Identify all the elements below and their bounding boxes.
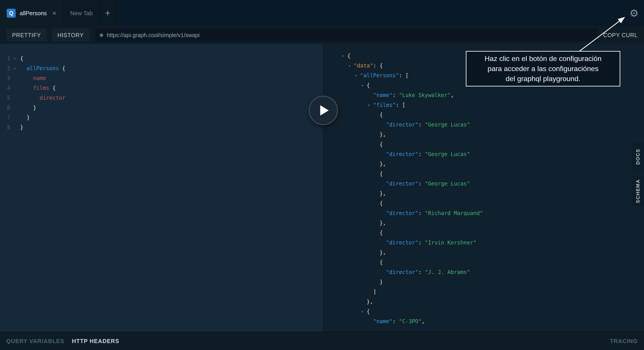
query-lines: 1▾{2▾ allPersons {3 name4 films {5 direc…: [0, 54, 323, 132]
endpoint-url-bar[interactable]: [95, 29, 598, 41]
graphql-playground: Q allPersons × New Tab + ⚙ PRETTIFY HIST…: [0, 0, 644, 350]
line-number: 7: [0, 113, 10, 122]
query-badge: Q: [7, 9, 16, 18]
collapse-arrow-icon[interactable]: ▾: [348, 62, 353, 69]
settings-gear-icon[interactable]: ⚙: [630, 8, 639, 18]
query-line-4: 4 films {: [0, 83, 323, 93]
side-tab-docs[interactable]: DOCS: [632, 142, 644, 171]
result-line-14: "director": "George Lucas": [323, 179, 644, 189]
code-text: "director": "George Lucas": [323, 149, 470, 159]
result-lines: ▾ { ▾ "data": { ▾ "allPersons": [ ▾ { "n…: [323, 51, 644, 326]
code-text: }: [19, 122, 23, 132]
result-line-19: {: [323, 228, 644, 238]
code-text: ▾ {: [323, 307, 370, 317]
fold-arrow-icon[interactable]: ▾: [10, 54, 19, 63]
result-line-9: },: [323, 130, 644, 139]
code-text: "director": "George Lucas": [323, 120, 470, 130]
code-text: },: [323, 218, 386, 228]
code-text: },: [323, 159, 386, 169]
result-line-23: "director": "J. J. Abrams": [323, 267, 644, 277]
query-line-1: 1▾{: [0, 54, 323, 63]
result-line-11: "director": "George Lucas": [323, 149, 644, 159]
result-line-17: "director": "Richard Marquand": [323, 208, 644, 218]
fold-spacer: [10, 122, 19, 132]
result-line-10: {: [323, 139, 644, 149]
copy-curl-button[interactable]: COPY CURL: [603, 32, 638, 38]
result-line-28: "name": "C-3PO",: [323, 317, 644, 326]
code-text: "director": "Irvin Kershner": [323, 238, 476, 248]
code-text: "director": "George Lucas": [323, 179, 470, 189]
result-line-8: "director": "George Lucas": [323, 120, 644, 130]
prettify-button[interactable]: PRETTIFY: [6, 29, 47, 41]
code-text: {: [323, 258, 383, 267]
code-text: "director": "Richard Marquand": [323, 208, 483, 218]
code-text: name: [19, 73, 46, 83]
query-line-5: 5 director: [0, 93, 323, 103]
result-line-22: {: [323, 258, 644, 267]
collapse-arrow-icon[interactable]: ▾: [368, 102, 372, 109]
endpoint-url-input[interactable]: [107, 32, 593, 38]
annotation-tooltip: Haz clic en el botón de configuración pa…: [466, 51, 620, 86]
line-number: 1: [0, 54, 10, 63]
code-text: },: [323, 189, 386, 198]
query-line-8: 8}: [0, 122, 323, 132]
execute-button[interactable]: [308, 96, 338, 125]
code-text: {: [19, 54, 23, 63]
code-text: ▾ "data": {: [323, 61, 383, 71]
tab-allpersons[interactable]: Q allPersons ×: [0, 0, 64, 26]
main-area: 1▾{2▾ allPersons {3 name4 films {5 direc…: [0, 44, 644, 332]
code-text: allPersons {: [19, 63, 65, 73]
query-variables-button[interactable]: QUERY VARIABLES: [6, 338, 64, 345]
code-text: ▾ "allPersons": [: [323, 71, 408, 80]
result-line-27: ▾ {: [323, 307, 644, 317]
query-line-7: 7 }: [0, 113, 323, 122]
line-number: 2: [0, 63, 10, 73]
result-line-5: "name": "Luke Skywalker",: [323, 90, 644, 100]
code-text: {: [323, 198, 383, 208]
query-line-3: 3 name: [0, 73, 323, 83]
result-line-24: }: [323, 277, 644, 287]
toolbar: PRETTIFY HISTORY COPY CURL: [0, 26, 644, 44]
code-text: {: [323, 139, 383, 149]
collapse-arrow-icon[interactable]: ▾: [355, 72, 359, 79]
fold-spacer: [10, 73, 19, 83]
code-text: "name": "Luke Skywalker",: [323, 90, 454, 100]
bottom-bar: QUERY VARIABLES HTTP HEADERS TRACING: [0, 332, 644, 350]
tab-new-tab[interactable]: New Tab: [64, 0, 100, 26]
result-line-6: ▾ "films": [: [323, 100, 644, 110]
tracing-button[interactable]: TRACING: [610, 338, 638, 345]
code-text: {: [323, 228, 383, 238]
line-number: 3: [0, 73, 10, 83]
code-text: {: [323, 169, 383, 179]
code-text: },: [323, 130, 386, 139]
collapse-arrow-icon[interactable]: ▾: [342, 52, 346, 59]
result-line-21: },: [323, 248, 644, 258]
result-line-7: {: [323, 110, 644, 120]
query-editor-pane[interactable]: 1▾{2▾ allPersons {3 name4 films {5 direc…: [0, 44, 323, 332]
line-number: 4: [0, 83, 10, 93]
fold-arrow-icon[interactable]: ▾: [10, 63, 19, 73]
code-text: },: [323, 297, 373, 307]
code-text: ▾ {: [323, 51, 350, 61]
history-button[interactable]: HISTORY: [52, 29, 90, 41]
result-line-26: },: [323, 297, 644, 307]
fold-spacer: [10, 103, 19, 113]
annotation-line-1: Haz clic en el botón de configuración: [470, 54, 616, 64]
play-icon: [320, 105, 329, 116]
add-tab-button[interactable]: +: [100, 0, 116, 26]
tab-allpersons-label: allPersons: [20, 10, 47, 17]
close-tab-icon[interactable]: ×: [52, 9, 56, 17]
http-headers-button[interactable]: HTTP HEADERS: [72, 338, 120, 345]
query-line-6: 6 }: [0, 103, 323, 113]
query-line-2: 2▾ allPersons {: [0, 63, 323, 73]
url-status-dot: [100, 33, 103, 37]
response-viewer-pane: ▾ { ▾ "data": { ▾ "allPersons": [ ▾ { "n…: [323, 44, 644, 332]
code-text: ▾ {: [323, 80, 370, 90]
line-number: 5: [0, 93, 10, 103]
code-text: director: [19, 93, 65, 103]
collapse-arrow-icon[interactable]: ▾: [361, 308, 366, 315]
side-tab-schema[interactable]: SCHEMA: [632, 176, 644, 206]
collapse-arrow-icon[interactable]: ▾: [361, 82, 366, 89]
code-text: films {: [19, 83, 56, 93]
tab-bar: Q allPersons × New Tab + ⚙: [0, 0, 644, 26]
